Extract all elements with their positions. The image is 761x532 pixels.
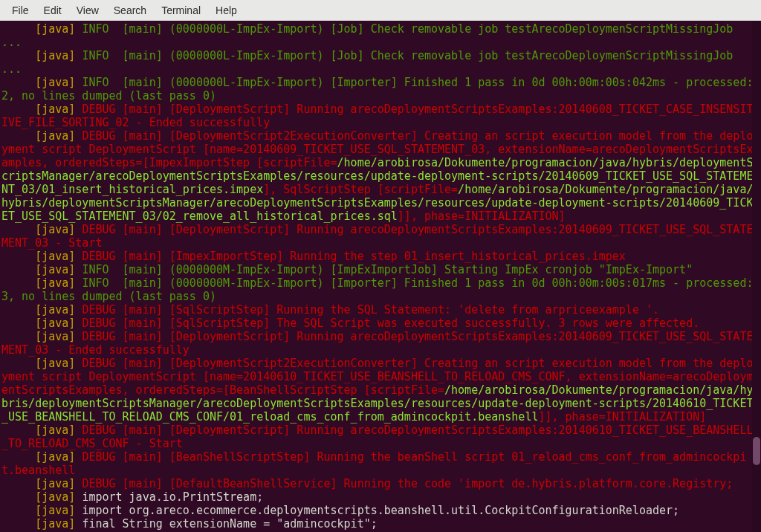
log-segment-java: [java]	[1, 129, 82, 143]
log-line: [java] DEBUG [main] [SqlScriptStep] Runn…	[1, 303, 760, 317]
log-segment-info: INFO [main] (0000000L-ImpEx-Import) [Imp…	[1, 76, 760, 103]
log-line: [java] INFO [main] (0000000L-ImpEx-Impor…	[1, 22, 760, 49]
terminal-output[interactable]: [java] INFO [main] (0000000L-ImpEx-Impor…	[0, 21, 761, 532]
log-segment-plain: import java.io.PrintStream;	[82, 490, 263, 504]
log-line: [java] INFO [main] (0000000M-ImpEx-Impor…	[1, 276, 760, 303]
log-segment-debug: DEBUG [main] [SqlScriptStep] The SQL Scr…	[82, 317, 699, 330]
log-segment-java: [java]	[1, 250, 82, 263]
log-segment-java: [java]	[1, 317, 82, 330]
log-line: [java] DEBUG [main] [DeploymentScript] R…	[1, 330, 760, 357]
log-segment-java: [java]	[1, 330, 82, 343]
log-segment-java: [java]	[1, 357, 82, 370]
menu-file[interactable]: File	[4, 1, 36, 19]
log-segment-debug: DEBUG [main] [ImpexImportStep] Running t…	[82, 250, 626, 263]
log-segment-java: [java]	[1, 76, 82, 89]
log-line: [java] DEBUG [main] [DeploymentScript] R…	[1, 223, 760, 250]
menu-terminal[interactable]: Terminal	[154, 1, 208, 19]
scrollbar-thumb[interactable]	[753, 437, 760, 465]
log-segment-debug: DEBUG [main] [BeanShellScriptStep] Runni…	[1, 450, 746, 477]
log-segment-java: [java]	[1, 276, 82, 290]
log-line: [java] DEBUG [main] [SqlScriptStep] The …	[1, 317, 760, 330]
log-line: [java] INFO [main] (0000000L-ImpEx-Impor…	[1, 49, 760, 76]
log-line: [java] import java.io.PrintStream;	[1, 490, 760, 504]
log-segment-debug: DEBUG [main] [DeploymentScript] Running …	[1, 223, 753, 250]
log-segment-info: INFO [main] (0000000M-ImpEx-Import) [Imp…	[1, 276, 760, 303]
log-segment-debug: DEBUG [main] [DeploymentScript] Running …	[1, 424, 753, 450]
log-line: [java] DEBUG [main] [DeploymentScript] R…	[1, 424, 760, 450]
scrollbar-track[interactable]	[752, 21, 761, 532]
log-line: [java] DEBUG [main] [DefaultBeanShellSer…	[1, 477, 760, 490]
log-line: [java] import org.areco.ecommerce.deploy…	[1, 504, 760, 517]
log-segment-info: INFO [main] (0000000M-ImpEx-Import) [Imp…	[82, 263, 693, 276]
log-segment-java: [java]	[1, 263, 82, 276]
menu-view[interactable]: View	[69, 1, 106, 19]
log-line: [java] DEBUG [main] [DeploymentScript2Ex…	[1, 357, 760, 424]
log-line: [java] INFO [main] (0000000M-ImpEx-Impor…	[1, 263, 760, 276]
log-line: [java] INFO [main] (0000000L-ImpEx-Impor…	[1, 76, 760, 103]
menubar: FileEditViewSearchTerminalHelp	[0, 0, 761, 21]
log-line: [java] DEBUG [main] [DeploymentScript2Ex…	[1, 129, 760, 223]
log-segment-debug: ]], phase=INITIALIZATION]	[398, 210, 566, 223]
log-segment-java: [java]	[1, 49, 82, 62]
log-line: [java] DEBUG [main] [ImpexImportStep] Ru…	[1, 250, 760, 263]
log-segment-java: [java]	[1, 22, 82, 36]
log-segment-info: INFO [main] (0000000L-ImpEx-Import) [Job…	[1, 22, 739, 49]
log-segment-debug: ]], phase=INITIALIZATION]	[538, 410, 706, 424]
log-segment-debug: DEBUG [main] [DeploymentScript] Running …	[1, 330, 753, 357]
log-segment-plain: final String extensionName = "admincockp…	[82, 517, 377, 531]
log-segment-java: [java]	[1, 490, 82, 504]
log-segment-java: [java]	[1, 223, 82, 236]
log-line: [java] final String extensionName = "adm…	[1, 517, 760, 531]
log-segment-debug: DEBUG [main] [DeploymentScript] Running …	[1, 103, 753, 129]
menu-help[interactable]: Help	[208, 1, 245, 19]
menu-search[interactable]: Search	[106, 1, 154, 19]
log-line: [java] DEBUG [main] [DeploymentScript] R…	[1, 103, 760, 129]
log-segment-java: [java]	[1, 450, 82, 464]
log-segment-plain: import org.areco.ecommerce.deploymentscr…	[82, 504, 679, 517]
log-segment-java: [java]	[1, 517, 82, 531]
log-segment-java: [java]	[1, 103, 82, 116]
log-segment-info: INFO [main] (0000000L-ImpEx-Import) [Job…	[1, 49, 739, 76]
log-segment-debug: DEBUG [main] [DefaultBeanShellService] R…	[82, 477, 733, 490]
log-segment-java: [java]	[1, 504, 82, 517]
menu-edit[interactable]: Edit	[36, 1, 69, 19]
log-segment-debug: DEBUG [main] [SqlScriptStep] Running the…	[82, 303, 659, 317]
log-segment-java: [java]	[1, 424, 82, 437]
log-segment-java: [java]	[1, 303, 82, 317]
log-segment-debug: ], SqlScriptStep [scriptFile=	[263, 183, 458, 196]
log-line: [java] DEBUG [main] [BeanShellScriptStep…	[1, 450, 760, 477]
log-segment-java: [java]	[1, 477, 82, 490]
